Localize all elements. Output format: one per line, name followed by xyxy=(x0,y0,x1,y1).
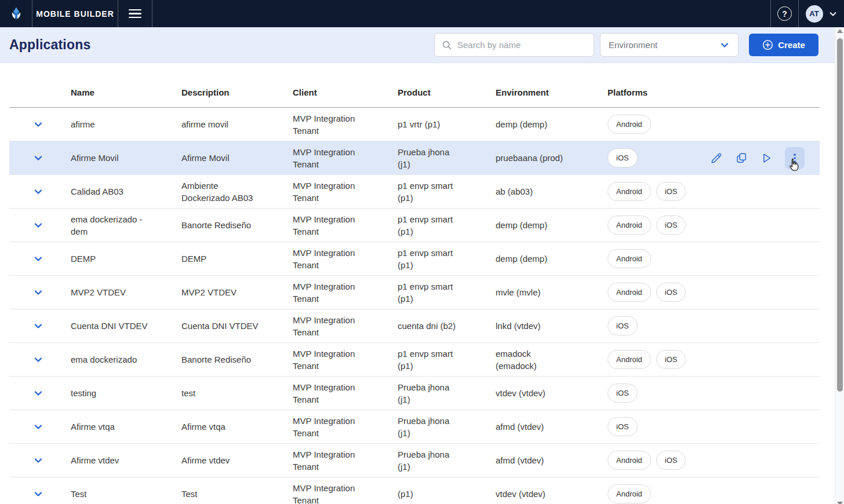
platform-badge: iOS xyxy=(656,451,686,470)
scroll-up-arrow-icon[interactable] xyxy=(837,29,843,33)
brand-title: MOBILE BUILDER xyxy=(36,9,114,19)
table-row[interactable]: Afirme vtdev Afirme vtdev MVP Integratio… xyxy=(9,444,820,477)
app-platforms: iOS xyxy=(607,148,706,167)
nav-divider xyxy=(152,0,152,27)
app-description: Test xyxy=(181,488,265,500)
app-description: Afirme vtqa xyxy=(181,421,265,433)
avatar: AT xyxy=(806,5,823,23)
app-product: Prueba jhona (j1) xyxy=(398,381,463,406)
app-client: MVP Integration Tenant xyxy=(293,448,375,473)
table-row[interactable]: afirme afirme movil MVP Integration Tena… xyxy=(9,108,820,141)
table-row[interactable]: MVP2 VTDEV MVP2 VTDEV MVP Integration Te… xyxy=(9,276,820,309)
table-row[interactable]: DEMP DEMP MVP Integration Tenant p1 envp… xyxy=(9,242,820,276)
platform-badge: Android xyxy=(607,283,651,302)
expand-row-button[interactable] xyxy=(32,186,44,198)
user-menu[interactable]: AT xyxy=(799,0,844,27)
column-header-client: Client xyxy=(293,87,398,97)
app-product: (p1) xyxy=(398,488,463,500)
app-platforms: iOS xyxy=(607,384,706,403)
expand-row-button[interactable] xyxy=(32,152,44,164)
app-description: Afirme Movil xyxy=(181,152,265,164)
column-header-platforms: Platforms xyxy=(607,87,706,97)
copy-action-button[interactable] xyxy=(735,152,748,165)
scroll-down-arrow-icon[interactable] xyxy=(837,502,843,504)
expand-row-button[interactable] xyxy=(32,388,44,399)
applications-table: Name Description Client Product Environm… xyxy=(9,64,820,504)
column-header-environment: Environment xyxy=(496,87,607,97)
app-product: Prueba jhona (j1) xyxy=(398,448,463,473)
help-icon: ? xyxy=(777,6,792,21)
search-icon xyxy=(442,40,452,50)
chevron-down-icon xyxy=(34,154,43,163)
app-client: MVP Integration Tenant xyxy=(293,213,375,238)
table-row[interactable]: Calidad AB03 Ambiente Dockerizado AB03 M… xyxy=(9,175,820,209)
app-name: MVP2 VTDEV xyxy=(71,286,161,298)
table-header-row: Name Description Client Product Environm… xyxy=(9,64,820,108)
app-description: Ambiente Dockerizado AB03 xyxy=(181,180,265,204)
scrollbar-thumb[interactable] xyxy=(837,38,843,392)
app-client: MVP Integration Tenant xyxy=(293,180,375,204)
main-menu-button[interactable] xyxy=(118,0,152,27)
environment-filter-label: Environment xyxy=(609,40,657,50)
app-product: Prueba jhona (j1) xyxy=(398,146,463,170)
app-logo[interactable] xyxy=(0,0,32,27)
app-product: p1 envp smart (p1) xyxy=(398,348,463,372)
edit-action-button[interactable] xyxy=(710,152,723,165)
app-name: Afirme vtqa xyxy=(71,421,161,433)
column-header-product: Product xyxy=(398,87,496,97)
search-box[interactable] xyxy=(434,33,594,57)
expand-row-button[interactable] xyxy=(32,119,44,130)
table-row[interactable]: Test Test MVP Integration Tenant (p1) vt… xyxy=(9,477,820,504)
expand-row-button[interactable] xyxy=(32,455,44,466)
app-name: ema dockerizado xyxy=(71,353,161,366)
app-environment: mvle (mvle) xyxy=(496,286,572,298)
expand-row-button[interactable] xyxy=(32,253,44,265)
platform-badge: Android xyxy=(607,451,651,470)
vertical-scrollbar[interactable] xyxy=(835,27,844,504)
expand-row-button[interactable] xyxy=(32,220,44,231)
table-body: afirme afirme movil MVP Integration Tena… xyxy=(9,108,820,504)
table-row[interactable]: Afirme vtqa Afirme vtqa MVP Integration … xyxy=(9,410,820,444)
expand-row-button[interactable] xyxy=(32,421,44,433)
expand-row-button[interactable] xyxy=(32,287,44,298)
table-row[interactable]: ema dockerizado Banorte Rediseño MVP Int… xyxy=(9,343,820,377)
app-environment: lnkd (vtdev) xyxy=(496,320,572,332)
app-description: test xyxy=(181,387,265,399)
platform-badge: Android xyxy=(607,249,651,268)
more-action-button[interactable] xyxy=(785,147,805,169)
brand-title-section: MOBILE BUILDER xyxy=(32,0,118,27)
app-platforms: AndroidiOS xyxy=(607,182,706,201)
expand-row-button[interactable] xyxy=(32,488,44,500)
app-description: Cuenta DNI VTDEV xyxy=(181,320,265,332)
table-row[interactable]: testing test MVP Integration Tenant Prue… xyxy=(9,377,820,410)
app-environment: afmd (vtdev) xyxy=(496,454,572,466)
app-platforms: iOS xyxy=(607,316,706,335)
app-platforms: AndroidiOS xyxy=(607,350,706,369)
app-product: Prueba jhona (j1) xyxy=(398,415,463,439)
run-action-button[interactable] xyxy=(760,152,773,165)
help-button[interactable]: ? xyxy=(771,0,798,27)
platform-badge: iOS xyxy=(607,384,638,403)
create-button[interactable]: Create xyxy=(749,34,818,56)
table-row[interactable]: ema dockerizado - dem Banorte Rediseño M… xyxy=(9,209,820,242)
table-row[interactable]: Cuenta DNI VTDEV Cuenta DNI VTDEV MVP In… xyxy=(9,309,820,343)
chevron-down-icon xyxy=(34,490,43,499)
expand-row-button[interactable] xyxy=(32,320,44,332)
app-client: MVP Integration Tenant xyxy=(293,280,375,305)
chevron-down-icon xyxy=(34,355,43,364)
chevron-down-icon xyxy=(34,221,43,230)
column-header-name: Name xyxy=(71,87,181,97)
app-client: MVP Integration Tenant xyxy=(293,482,375,504)
app-description: afirme movil xyxy=(181,118,265,130)
expand-row-button[interactable] xyxy=(32,354,44,366)
app-name: DEMP xyxy=(71,253,161,265)
platform-badge: Android xyxy=(607,182,651,201)
table-row[interactable]: Afirme Movil Afirme Movil MVP Integratio… xyxy=(9,141,820,175)
app-name: testing xyxy=(71,387,161,399)
chevron-down-icon xyxy=(34,422,43,432)
app-name: Test xyxy=(71,488,161,500)
app-client: MVP Integration Tenant xyxy=(293,415,375,439)
platform-badge: Android xyxy=(607,216,651,235)
search-input[interactable] xyxy=(457,40,587,50)
environment-filter-select[interactable]: Environment xyxy=(600,33,739,57)
